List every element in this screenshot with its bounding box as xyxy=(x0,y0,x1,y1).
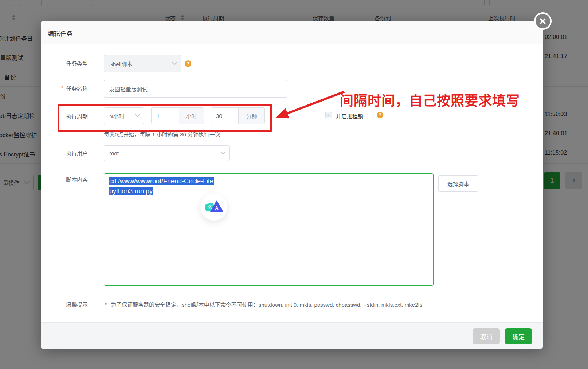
cycle-hour-input[interactable] xyxy=(152,108,179,124)
chevron-down-icon xyxy=(173,61,176,64)
minute-unit-addon: 分钟 xyxy=(238,108,264,124)
task-type-value: Shell脚本 xyxy=(109,60,132,68)
translate-plugin-icon[interactable]: 文 A xyxy=(200,194,227,221)
cycle-minute-input[interactable] xyxy=(211,108,238,124)
script-editor[interactable]: cd /www/wwwroot/Friend-Circle-Lite pytho… xyxy=(104,173,434,286)
hour-unit-addon: 小时 xyxy=(179,108,204,124)
script-label: 脚本内容 xyxy=(66,175,88,183)
process-lock-checkbox[interactable]: ✓ xyxy=(325,112,332,118)
script-line-selected: cd /www/wwwroot/Friend-Circle-Lite xyxy=(109,176,214,186)
cycle-minute-group: 分钟 xyxy=(211,107,265,124)
process-lock-label: 开启进程锁 xyxy=(336,112,363,120)
dialog-title: 编辑任务 xyxy=(48,29,72,38)
cycle-hint: 每天0点开始，每隔 1 小时的第 30 分钟执行一次 xyxy=(104,130,220,138)
help-icon[interactable]: ? xyxy=(185,60,191,67)
dialog-footer xyxy=(41,322,543,349)
edit-task-dialog: 编辑任务 任务类型 Shell脚本 ? * 任务名称 执行周期 N小时 小时 分… xyxy=(41,21,543,349)
screen: 状态 执行周期 保存数量 备份到 上次执行时 割计划任务日 02:00:01 量… xyxy=(0,0,588,369)
chevron-down-icon xyxy=(136,113,139,116)
cycle-hour-group: 小时 xyxy=(151,107,204,124)
select-script-button[interactable]: 选择脚本 xyxy=(438,175,478,192)
confirm-button[interactable]: 确定 xyxy=(505,328,532,344)
tips-label: 温馨提示 xyxy=(66,301,88,308)
run-user-label: 执行用户 xyxy=(66,149,88,157)
cancel-button[interactable]: 取消 xyxy=(473,328,500,344)
tips-text: 为了保证服务器的安全稳定，shell脚本中以下命令不可使用：shutdown, … xyxy=(111,301,422,308)
run-user-select[interactable]: root xyxy=(104,145,230,161)
script-line-selected: python3 run.py xyxy=(109,186,153,196)
cycle-type-select[interactable]: N小时 xyxy=(104,107,144,124)
dialog-header: 编辑任务 xyxy=(41,21,543,44)
cycle-label: 执行周期 xyxy=(66,112,88,120)
run-user-value: root xyxy=(109,150,119,156)
bullet-icon: • xyxy=(105,301,107,307)
close-icon[interactable] xyxy=(534,12,552,30)
task-name-label: 任务名称 xyxy=(66,84,88,92)
task-name-input[interactable] xyxy=(104,80,287,98)
chevron-down-icon xyxy=(221,150,225,154)
cycle-type-value: N小时 xyxy=(109,112,124,120)
required-mark: * xyxy=(61,84,63,91)
help-icon[interactable]: ? xyxy=(377,112,383,118)
task-type-select[interactable]: Shell脚本 xyxy=(104,55,181,72)
task-type-label: 任务类型 xyxy=(66,59,88,67)
